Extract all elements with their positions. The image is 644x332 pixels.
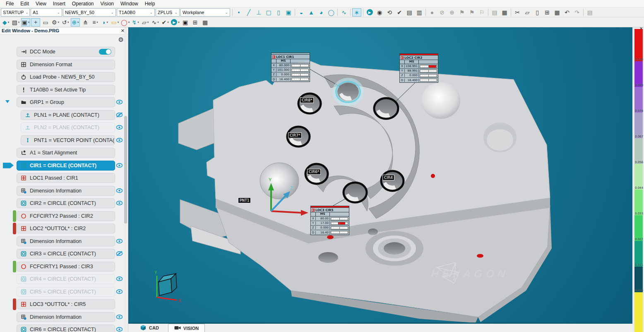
camera-button[interactable]: ▣ [181, 18, 190, 26]
path-lines-button[interactable]: ∿▾ [151, 18, 160, 26]
curve-feature-button[interactable]: ∿ [339, 8, 348, 17]
command-pill[interactable]: CIR6 = CIRCLE (CONTACT) [17, 325, 115, 332]
dimension-label-loc2-cir2[interactable]: LOC2 CIR2MSX 108.991 Y 88.991 Z 0.000 D … [399, 53, 438, 83]
dropdown-caret-icon[interactable]: ▾ [8, 21, 10, 24]
scrollbar-thumb[interactable] [124, 116, 127, 224]
dropdown-caret-icon[interactable]: ▾ [106, 21, 108, 24]
undo-button[interactable]: ↶ [562, 8, 572, 17]
cone-feature-button[interactable]: ▲ [307, 8, 316, 17]
marked-document-button[interactable]: ▤ [405, 8, 414, 17]
feature-tag-cir4[interactable]: CIR4 [382, 175, 394, 180]
eye-icon[interactable] [116, 124, 123, 130]
point-feature-button[interactable]: • [234, 8, 243, 17]
view-orientation-button[interactable]: ⊕▾ [71, 18, 80, 26]
torus-feature-button[interactable]: ◯ [327, 8, 336, 17]
close-icon[interactable]: ✕ [639, 26, 643, 31]
dimension-label-loc1-cir1[interactable]: LOC1 CIR1MSX 80.000 Y 101.000 Z 0.000 D … [271, 53, 310, 82]
eye-icon[interactable] [116, 326, 123, 332]
report-list-button[interactable]: ▤ [490, 8, 499, 17]
command-pill[interactable]: Dimension Format [17, 60, 115, 70]
auto-feature-button[interactable]: ∗ [352, 8, 361, 17]
command-pill[interactable]: Dimension Information [17, 236, 115, 246]
command-pill[interactable]: PLN1 = PLANE (CONTACT) [21, 110, 115, 120]
menu-insert[interactable]: Insert [50, 0, 69, 7]
loop-button[interactable]: ⟲ [385, 8, 394, 17]
feature-tag-cir8[interactable]: CIR8* [300, 97, 314, 103]
command-pill[interactable]: Load Probe - NEW5_BY_50 [17, 72, 115, 82]
pattern-button[interactable]: ⊞ [543, 8, 552, 17]
probe-file-select[interactable]: STARTUP⌄ [1, 8, 30, 17]
stop-disabled-button[interactable]: ⊘ [437, 8, 447, 17]
probe-select[interactable]: NEW5_BY_50⌄ [63, 8, 116, 17]
lobe-gage-button[interactable]: ◗▾ [101, 18, 110, 26]
menu-vision[interactable]: Vision [97, 0, 117, 7]
execute-feature-button[interactable]: ◉ [375, 8, 384, 17]
optimize-path-button[interactable]: ⚙▾ [51, 18, 60, 26]
paste-button[interactable]: ▯ [533, 8, 542, 17]
copy-button[interactable]: ▱ [523, 8, 532, 17]
paste-pattern-button[interactable]: ▦ [553, 8, 562, 17]
sidebar-scrollbar[interactable] [124, 27, 127, 332]
pan-button[interactable]: ＋ [31, 18, 40, 26]
dropdown-caret-icon[interactable]: ▾ [58, 21, 60, 24]
eye-icon[interactable] [116, 137, 123, 143]
feature-tag-pnt1[interactable]: PNT1 [238, 197, 251, 203]
command-pill[interactable]: LOC3 *OUTTOL* : CIR5 [17, 299, 115, 309]
redo-button[interactable]: ↷ [572, 8, 582, 17]
command-pill[interactable]: PNT1 = VECTOR POINT (CONTA( [21, 135, 115, 145]
circle-gage-button[interactable]: ◯▾ [120, 18, 130, 26]
command-pill[interactable]: T1A0B0 = Set Active Tip [17, 85, 115, 95]
stop-button[interactable]: ● [428, 8, 437, 17]
command-pill[interactable]: A1 = Start Alignment [17, 148, 115, 158]
menu-window[interactable]: Window [117, 0, 142, 7]
plane-feature-button[interactable]: ⊥ [254, 8, 263, 17]
dropdown-caret-icon[interactable]: ▾ [18, 21, 20, 24]
tab-cad[interactable]: CAD [134, 324, 165, 332]
print-button[interactable]: ▤ [585, 8, 594, 17]
view-rotate-cube-button[interactable]: ▧▾ [11, 18, 20, 26]
mark-sets-button[interactable]: ✔▾ [161, 18, 170, 26]
probe-tree-button[interactable]: ⋔ [81, 18, 90, 26]
eye-icon[interactable] [116, 200, 123, 206]
report-window-button[interactable]: ⊞ [191, 18, 200, 26]
feature-list-button[interactable]: ≡▾ [91, 18, 100, 26]
dropdown-caret-icon[interactable]: ▾ [96, 21, 98, 24]
dropdown-caret-icon[interactable]: ▾ [77, 21, 79, 24]
eye-icon[interactable] [116, 162, 123, 168]
command-pill[interactable]: CIR5 = CIRCLE (CONTACT) [17, 287, 115, 297]
tab-vision[interactable]: VISION [168, 324, 205, 332]
command-pill[interactable]: CIR2 = CIRCLE (CONTACT) [17, 198, 115, 208]
menu-edit[interactable]: Edit [17, 0, 32, 7]
bookmark-button[interactable]: ⚑ [457, 8, 466, 17]
menu-operation[interactable]: Operation [69, 0, 97, 7]
round-feature-button[interactable]: ▢ [264, 8, 273, 17]
eye-slash-icon[interactable] [116, 112, 123, 118]
sphere-feature-button[interactable]: ◕ [317, 8, 326, 17]
dcc-mode-toggle[interactable] [99, 49, 111, 55]
eye-icon[interactable] [116, 238, 123, 244]
continue-button[interactable]: ⊕ [447, 8, 457, 17]
mini-routine-button[interactable]: ▶▾ [171, 18, 180, 26]
cut-button[interactable]: ✂ [513, 8, 522, 17]
cad-viewport[interactable]: YXZYXHEXAGONCIR8*CIR7*CIR6*CIR4PNT1LOC1 … [128, 27, 633, 322]
eye-icon[interactable] [116, 276, 123, 282]
eye-icon[interactable] [116, 289, 123, 295]
cad-model[interactable]: YXZYXHEXAGON [130, 27, 633, 322]
command-pill[interactable]: FCFCIRTY1 Passed : CIR3 [17, 262, 115, 272]
execute-program-button[interactable]: ▶ [365, 8, 374, 17]
dropdown-caret-icon[interactable]: ▾ [28, 21, 30, 24]
menu-view[interactable]: View [32, 0, 50, 7]
dropdown-caret-icon[interactable]: ▾ [167, 21, 169, 24]
dropdown-caret-icon[interactable]: ▾ [118, 21, 119, 24]
workplane-select[interactable]: Workplane⌄ [180, 8, 230, 17]
line-feature-button[interactable]: ╱ [244, 8, 253, 17]
alignment-select[interactable]: A1⌄ [31, 8, 62, 17]
dimension-label-loc3-cir5[interactable]: LOC3 CIR5MSX 80.00 Y 17.00 Z 0.000 D 16.… [310, 206, 349, 235]
rect-gage-button[interactable]: ▭▾ [111, 18, 120, 26]
comment-button[interactable]: ▭ [41, 18, 50, 26]
feature-tag-cir7[interactable]: CIR7* [288, 132, 302, 138]
command-pill[interactable]: FCFCIRTY2 Passed : CIR2 [17, 211, 115, 221]
bookmark-insert-button[interactable]: ⚑ [467, 8, 476, 17]
command-pill[interactable]: CIR4 = CIRCLE (CONTACT) [17, 274, 115, 284]
command-pill[interactable]: LOC1 Passed : CIR1 [17, 173, 115, 183]
